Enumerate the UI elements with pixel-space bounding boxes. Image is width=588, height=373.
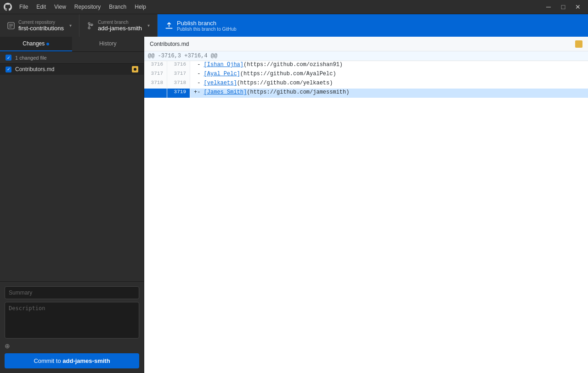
titlebar: File Edit View Repository Branch Help ─ … <box>0 0 588 14</box>
line-num-new-3717: 3717 <box>167 70 190 79</box>
repo-chevron-icon: ▾ <box>69 23 72 28</box>
expand-diff-icon[interactable] <box>575 40 582 48</box>
commit-area: ⊕ Commit to add-james-smith <box>0 281 144 373</box>
minimize-button[interactable]: ─ <box>542 2 555 11</box>
menu-help[interactable]: Help <box>131 3 150 11</box>
line-num-new-3716: 3716 <box>167 61 190 70</box>
menu-repository[interactable]: Repository <box>71 3 104 11</box>
menu-branch[interactable]: Branch <box>105 3 130 11</box>
svg-point-2 <box>88 27 90 29</box>
menu-edit[interactable]: Edit <box>33 3 50 11</box>
titlebar-left: File Edit View Repository Branch Help <box>4 3 150 11</box>
commit-button[interactable]: Commit to add-james-smith <box>5 353 139 368</box>
branch-text-block: Current branch add-james-smith <box>98 20 142 32</box>
diff-area: Contributors.md @@ -3716,3 +3716,4 @@ 37… <box>144 37 588 373</box>
author-icon: ⊕ <box>5 342 10 350</box>
current-branch-section[interactable]: Current branch add-james-smith ▾ <box>79 14 158 37</box>
link-ishan[interactable]: [Ishan Ojha] <box>204 61 243 68</box>
diff-content: @@ -3716,3 +3716,4 @@ 3716 3716 - [Ishan… <box>144 51 588 373</box>
line-num-old-3717: 3717 <box>144 70 167 79</box>
link-ayal[interactable]: [Ayal Pelc] <box>204 71 240 77</box>
select-all-checkbox[interactable]: ✓ <box>6 55 11 61</box>
file-checkbox[interactable]: ✓ <box>6 67 11 72</box>
line-num-new-3718: 3718 <box>167 79 190 89</box>
diff-filename: Contributors.md <box>150 41 189 47</box>
publish-icon <box>165 22 173 30</box>
line-content-3717: - [Ayal Pelc](https://github.com/AyalPel… <box>190 70 588 79</box>
file-modified-badge <box>132 66 138 72</box>
diff-hunk-header: @@ -3716,3 +3716,4 @@ <box>144 51 588 61</box>
menu-file[interactable]: File <box>16 3 32 11</box>
line-num-old-3716: 3716 <box>144 61 167 70</box>
branch-chevron-icon: ▾ <box>147 23 150 28</box>
titlebar-menu[interactable]: File Edit View Repository Branch Help <box>16 3 150 11</box>
line-content-3718: - [yelkaets](https://github.com/yelkaets… <box>190 79 588 89</box>
branch-label: Current branch <box>98 20 142 25</box>
line-content-3719: +- [James Smith](https://github.com/jame… <box>190 89 588 98</box>
close-button[interactable]: ✕ <box>571 2 584 11</box>
description-input[interactable] <box>5 302 139 339</box>
file-badge-dot <box>134 68 136 71</box>
summary-input[interactable] <box>5 286 139 299</box>
current-repo-section[interactable]: Current repository first-contributions ▾ <box>0 14 79 37</box>
github-logo-icon <box>4 3 12 11</box>
menu-view[interactable]: View <box>51 3 70 11</box>
repo-text-block: Current repository first-contributions <box>18 20 64 32</box>
link-james[interactable]: [James Smith] <box>204 89 247 95</box>
diff-line-3717: 3717 3717 - [Ayal Pelc](https://github.c… <box>144 70 588 79</box>
maximize-button[interactable]: □ <box>557 2 570 11</box>
line-num-old-3719 <box>144 89 167 98</box>
diff-line-3718: 3718 3718 - [yelkaets](https://github.co… <box>144 79 588 89</box>
window-controls[interactable]: ─ □ ✕ <box>542 2 584 11</box>
commit-button-branch: add-james-smith <box>62 357 110 364</box>
file-item[interactable]: ✓ Contributors.md <box>0 64 144 75</box>
changed-files-count: 1 changed file <box>15 55 47 61</box>
line-content-3716: - [Ishan Ojha](https://github.com/ozisha… <box>190 61 588 70</box>
publish-subtitle: Publish this branch to GitHub <box>177 27 237 32</box>
diff-header: Contributors.md <box>144 37 588 51</box>
sidebar-spacer <box>0 75 144 281</box>
publish-text-block: Publish branch Publish this branch to Gi… <box>177 20 237 32</box>
link-yelkaets[interactable]: [yelkaets] <box>204 80 237 86</box>
diff-line-3716: 3716 3716 - [Ishan Ojha](https://github.… <box>144 61 588 70</box>
branch-icon <box>87 22 94 29</box>
line-num-old-3718: 3718 <box>144 79 167 89</box>
branch-name: add-james-smith <box>98 25 142 32</box>
tab-changes[interactable]: Changes <box>0 37 72 51</box>
commit-button-prefix: Commit to <box>34 357 62 364</box>
publish-title: Publish branch <box>177 20 237 27</box>
changes-dot <box>46 43 49 45</box>
file-name: Contributors.md <box>15 66 128 72</box>
tab-history[interactable]: History <box>72 37 144 51</box>
repo-name: first-contributions <box>18 25 64 32</box>
main-content: Changes History ✓ 1 changed file ✓ Contr… <box>0 37 588 373</box>
file-list-header: ✓ 1 changed file <box>0 52 144 64</box>
diff-line-3719: 3719 +- [James Smith](https://github.com… <box>144 89 588 98</box>
toolbar: Current repository first-contributions ▾… <box>0 14 588 37</box>
repo-label: Current repository <box>18 20 64 25</box>
tabs: Changes History <box>0 37 144 52</box>
sidebar: Changes History ✓ 1 changed file ✓ Contr… <box>0 37 144 373</box>
commit-footer: ⊕ <box>5 341 139 351</box>
svg-point-1 <box>88 22 90 24</box>
line-num-new-3719: 3719 <box>167 89 190 98</box>
repo-icon <box>7 22 15 29</box>
publish-branch-section[interactable]: Publish branch Publish this branch to Gi… <box>158 14 588 37</box>
